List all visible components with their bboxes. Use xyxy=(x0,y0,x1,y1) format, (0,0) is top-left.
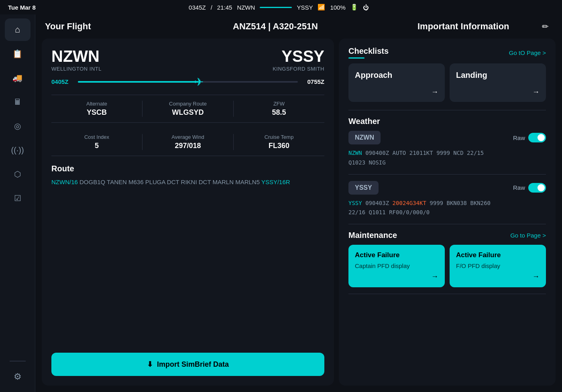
status-date: Tue Mar 8 xyxy=(8,4,36,11)
status-bar: Tue Mar 8 0345Z / 21:45 NZWN YSSY 📶 100%… xyxy=(0,0,562,14)
yssy-metar-pre-warn: 090403Z xyxy=(365,200,392,206)
nzwn-badge: NZWN xyxy=(348,131,381,144)
route-line xyxy=(260,7,292,8)
status-separator: / xyxy=(211,4,212,11)
weather-divider-1 xyxy=(348,174,546,175)
calculator-icon: 🖩 xyxy=(14,97,22,107)
company-route-label: Company Route xyxy=(146,101,230,107)
main-columns: NZWN WELLINGTON INTL YSSY KINGSFORD SMIT… xyxy=(35,39,562,392)
maintenance-header: Maintenance Go to Page > xyxy=(348,231,546,240)
progress-row: 0405Z ✈ 0755Z xyxy=(51,78,324,85)
landing-arrow: → xyxy=(456,88,540,96)
yssy-metar: YSSY 090403Z 20024G34KT 9999 BKN038 BKN2… xyxy=(348,199,546,218)
status-time-local: 21:45 xyxy=(217,4,232,11)
yssy-station-row: YSSY Raw xyxy=(348,181,546,195)
top-bar: Your Flight ANZ514 | A320-251N Important… xyxy=(35,14,562,39)
route-indicator xyxy=(260,7,292,8)
maintenance-cards: Active Failure Captain PFD display → Act… xyxy=(348,245,546,287)
sidebar-item-clipboard[interactable]: 📋 xyxy=(5,43,31,65)
origin-info: NZWN WELLINGTON INTL xyxy=(51,48,102,72)
route-part-3: YSSY/16R xyxy=(261,179,290,185)
status-battery: 100% xyxy=(330,4,345,11)
nzwn-toggle-switch[interactable] xyxy=(528,133,546,142)
bottom-divider xyxy=(348,294,546,294)
alert-icon: ⬡ xyxy=(14,169,21,179)
app-layout: ⌂ 📋 🚚 🖩 ◎ ((·)) ⬡ ☑ ⚙ Your xyxy=(0,14,562,392)
content-area: Your Flight ANZ514 | A320-251N Important… xyxy=(35,14,562,392)
progress-bar: ✈ xyxy=(78,81,298,83)
yssy-metar-warn: 20024G34KT xyxy=(393,200,426,206)
approach-arrow: → xyxy=(355,88,438,96)
nzwn-raw-label: Raw xyxy=(513,134,525,141)
maintenance-divider xyxy=(348,224,546,224)
arrival-time: 0755Z xyxy=(303,78,324,85)
nzwn-station-row: NZWN Raw xyxy=(348,131,546,144)
left-panel: NZWN WELLINGTON INTL YSSY KINGSFORD SMIT… xyxy=(42,39,334,386)
right-panel: Checklists Go tO Page > Approach → Landi… xyxy=(339,39,556,386)
zfw-cell: ZFW 58.5 xyxy=(233,101,324,117)
info-grid-1: Alternate YSCB Company Route WLGSYD ZFW … xyxy=(51,95,324,123)
yssy-raw-toggle: Raw xyxy=(513,183,546,193)
maint-card-2-title: Active Failure xyxy=(456,251,540,259)
maintenance-title: Maintenance xyxy=(348,231,397,240)
weather-header: Weather xyxy=(348,117,546,126)
yssy-toggle-switch[interactable] xyxy=(528,183,546,193)
cruise-temp-label: Cruise Temp xyxy=(237,134,321,140)
maint-card-captain[interactable]: Active Failure Captain PFD display → xyxy=(348,245,445,287)
approach-title: Approach xyxy=(355,71,438,80)
truck-icon: 🚚 xyxy=(12,73,22,83)
company-route-value: WLGSYD xyxy=(146,108,230,117)
maint-card-1-desc: Captain PFD display xyxy=(355,262,438,269)
info-grid-2: Cost Index 5 Average Wind 297/018 Cruise… xyxy=(51,128,324,156)
flight-id: ANZ514 | A320-251N xyxy=(133,21,417,32)
nzwn-metar-body: 090400Z AUTO 21011KT 9999 NCD 22/15Q1023… xyxy=(348,150,484,166)
departure-time: 0405Z xyxy=(51,78,73,85)
status-route-to: YSSY xyxy=(297,4,313,11)
power-icon: ⏻ xyxy=(363,4,369,11)
sidebar-item-home[interactable]: ⌂ xyxy=(5,18,31,41)
right-inner: Checklists Go tO Page > Approach → Landi… xyxy=(339,39,556,386)
dest-info: YSSY KINGSFORD SMITH xyxy=(273,48,324,72)
import-button-label: Import SimBrief Data xyxy=(157,360,229,369)
maintenance-goto[interactable]: Go to Page > xyxy=(510,232,546,239)
checklists-header: Checklists Go tO Page > xyxy=(348,47,546,59)
origin-name: WELLINGTON INTL xyxy=(51,66,102,72)
sidebar-item-compass[interactable]: ◎ xyxy=(5,115,31,137)
info-title: Important Information xyxy=(417,21,538,32)
weather-title: Weather xyxy=(348,117,380,126)
nzwn-toggle-knob xyxy=(538,134,545,141)
avg-wind-value: 297/018 xyxy=(146,142,230,150)
maint-card-fo[interactable]: Active Failure F/O PFD display → xyxy=(450,245,546,287)
company-route-cell: Company Route WLGSYD xyxy=(142,101,233,117)
checklist-card-landing[interactable]: Landing → xyxy=(450,63,546,102)
compass-icon: ◎ xyxy=(14,121,21,131)
yssy-metar-ident: YSSY xyxy=(348,200,362,206)
route-part-2: DOGB1Q TANEN M636 PLUGA DCT RIKNI DCT MA… xyxy=(79,179,261,185)
checklists-goto[interactable]: Go tO Page > xyxy=(509,49,546,56)
nzwn-raw-toggle: Raw xyxy=(513,133,546,142)
sidebar-item-truck[interactable]: 🚚 xyxy=(5,67,31,89)
alternate-cell: Alternate YSCB xyxy=(51,101,142,117)
sidebar-item-settings[interactable]: ⚙ xyxy=(5,366,31,388)
edit-button[interactable]: ✏ xyxy=(538,19,552,34)
avg-wind-cell: Average Wind 297/018 xyxy=(142,134,233,150)
status-center: 0345Z / 21:45 NZWN YSSY 📶 100% 🔋 ⏻ xyxy=(189,4,369,11)
route-section: Route NZWN/16 DOGB1Q TANEN M636 PLUGA DC… xyxy=(51,164,324,187)
sidebar-item-calculator[interactable]: 🖩 xyxy=(5,91,31,113)
checklists-underline xyxy=(348,57,364,59)
cost-index-value: 5 xyxy=(55,142,139,150)
home-icon: ⌂ xyxy=(15,24,20,35)
sidebar-item-checklist[interactable]: ☑ xyxy=(5,187,31,209)
status-route-from: NZWN xyxy=(237,4,255,11)
checklist-card-approach[interactable]: Approach → xyxy=(348,63,445,102)
nzwn-metar: NZWN 090400Z AUTO 21011KT 9999 NCD 22/15… xyxy=(348,148,546,168)
zfw-value: 58.5 xyxy=(237,108,321,117)
import-simbrief-button[interactable]: ⬇ Import SimBrief Data xyxy=(51,353,324,376)
checklist-divider xyxy=(348,110,546,110)
sidebar-item-signal[interactable]: ((·)) xyxy=(5,139,31,161)
sidebar: ⌂ 📋 🚚 🖩 ◎ ((·)) ⬡ ☑ ⚙ xyxy=(0,14,35,392)
sidebar-item-alert[interactable]: ⬡ xyxy=(5,163,31,185)
cruise-temp-value: FL360 xyxy=(237,142,321,150)
cloud-download-icon: ⬇ xyxy=(147,360,153,369)
gear-icon: ⚙ xyxy=(14,372,22,382)
